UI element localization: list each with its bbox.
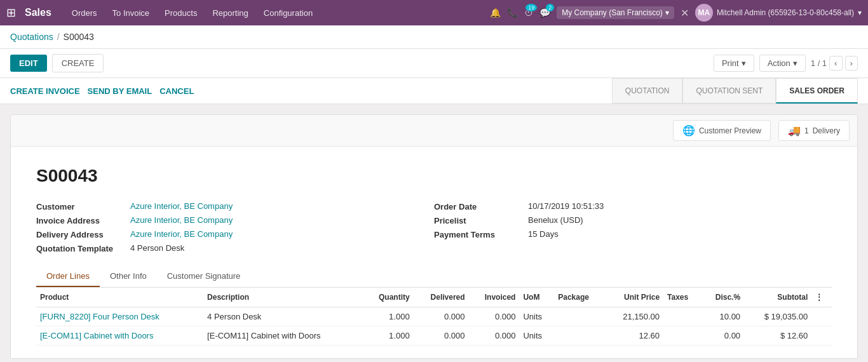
row1-disc: 10.00 bbox=[702, 307, 745, 326]
col-product: Product bbox=[36, 288, 203, 307]
stage-quotation-sent[interactable]: QUOTATION SENT bbox=[682, 78, 776, 104]
activity-badge: 19 bbox=[526, 4, 537, 11]
nav-reporting[interactable]: Reporting bbox=[207, 8, 253, 18]
payment-terms-label: Payment Terms bbox=[434, 229, 523, 239]
payment-terms-field: Payment Terms 15 Days bbox=[434, 229, 832, 239]
col-unit-price: Unit Price bbox=[605, 288, 663, 307]
customer-field: Customer Azure Interior, BE Company bbox=[36, 201, 434, 211]
invoice-address-label: Invoice Address bbox=[36, 215, 125, 225]
breadcrumb-parent[interactable]: Quotations bbox=[10, 32, 53, 42]
bell-icon[interactable]: 🔔 bbox=[490, 8, 501, 18]
create-invoice-button[interactable]: CREATE INVOICE bbox=[10, 86, 80, 96]
print-label: Print bbox=[722, 58, 739, 68]
row1-product[interactable]: [FURN_8220] Four Person Desk bbox=[36, 307, 203, 326]
customer-preview-button[interactable]: 🌐 Customer Preview bbox=[673, 120, 771, 141]
pricelist-label: Pricelist bbox=[434, 215, 523, 225]
order-lines-table: Product Description Quantity Delivered I… bbox=[36, 288, 832, 345]
delivery-label: Delivery bbox=[813, 126, 840, 135]
pagination-next[interactable]: › bbox=[845, 56, 858, 70]
table-row: [E-COM11] Cabinet with Doors [E-COM11] C… bbox=[36, 326, 832, 345]
document-body: S00043 Customer Azure Interior, BE Compa… bbox=[11, 147, 857, 358]
delivery-address-value[interactable]: Azure Interior, BE Company bbox=[130, 229, 233, 239]
breadcrumb-separator: / bbox=[57, 32, 60, 42]
document-fields: Customer Azure Interior, BE Company Invo… bbox=[36, 201, 832, 253]
customer-preview-icon: 🌐 bbox=[682, 124, 695, 137]
status-actions: CREATE INVOICE SEND BY EMAIL CANCEL bbox=[10, 81, 612, 101]
invoice-address-value[interactable]: Azure Interior, BE Company bbox=[130, 215, 233, 225]
document-card: 🌐 Customer Preview 🚚 1 Delivery S00043 C… bbox=[10, 114, 858, 359]
row2-uom: Units bbox=[519, 326, 554, 345]
delivery-icon: 🚚 bbox=[788, 124, 801, 137]
status-stages: QUOTATION QUOTATION SENT SALES ORDER bbox=[612, 78, 858, 104]
content-area: 🌐 Customer Preview 🚚 1 Delivery S00043 C… bbox=[0, 104, 868, 362]
tab-customer-signature[interactable]: Customer Signature bbox=[157, 266, 251, 287]
nav-configuration[interactable]: Configuration bbox=[259, 8, 318, 18]
row1-delivered: 0.000 bbox=[414, 307, 469, 326]
row2-subtotal: $ 12.60 bbox=[744, 326, 811, 345]
create-button[interactable]: CREATE bbox=[52, 54, 104, 72]
row2-unit-price: 12.60 bbox=[605, 326, 663, 345]
row1-invoiced: 0.000 bbox=[469, 307, 520, 326]
avatar: MA bbox=[695, 4, 713, 22]
quotation-template-field: Quotation Template 4 Person Desk bbox=[36, 243, 434, 253]
row2-quantity: 1.000 bbox=[363, 326, 414, 345]
col-actions: ⋮ bbox=[811, 288, 832, 307]
delivery-button[interactable]: 🚚 1 Delivery bbox=[778, 120, 850, 141]
form-right-col: Order Date 10/17/2019 10:51:33 Pricelist… bbox=[434, 201, 832, 253]
tab-order-lines[interactable]: Order Lines bbox=[36, 266, 100, 287]
status-bar: CREATE INVOICE SEND BY EMAIL CANCEL QUOT… bbox=[0, 78, 868, 104]
breadcrumb-current: S00043 bbox=[64, 32, 94, 42]
action-dropdown-icon: ▾ bbox=[793, 58, 797, 68]
nav-to-invoice[interactable]: To Invoice bbox=[107, 8, 155, 18]
row2-product[interactable]: [E-COM11] Cabinet with Doors bbox=[36, 326, 203, 345]
company-close-icon[interactable]: ✕ bbox=[681, 7, 689, 19]
tab-other-info[interactable]: Other Info bbox=[100, 266, 157, 287]
row1-menu[interactable] bbox=[811, 307, 832, 326]
col-quantity: Quantity bbox=[363, 288, 414, 307]
col-invoiced: Invoiced bbox=[469, 288, 520, 307]
stage-sales-order[interactable]: SALES ORDER bbox=[776, 78, 858, 104]
customer-value[interactable]: Azure Interior, BE Company bbox=[130, 201, 233, 211]
print-button[interactable]: Print ▾ bbox=[714, 55, 754, 72]
stage-quotation[interactable]: QUOTATION bbox=[612, 78, 683, 104]
app-grid-icon[interactable]: ⊞ bbox=[6, 6, 16, 20]
nav-products[interactable]: Products bbox=[159, 8, 202, 18]
action-button[interactable]: Action ▾ bbox=[759, 55, 806, 72]
phone-icon[interactable]: 📞 bbox=[507, 8, 518, 18]
top-navigation: ⊞ Sales Orders To Invoice Products Repor… bbox=[0, 0, 868, 25]
row1-package bbox=[554, 307, 605, 326]
row2-package bbox=[554, 326, 605, 345]
chat-icon[interactable]: 💬 2 bbox=[539, 8, 550, 18]
col-description: Description bbox=[203, 288, 363, 307]
col-subtotal: Subtotal bbox=[744, 288, 811, 307]
col-delivered: Delivered bbox=[414, 288, 469, 307]
user-name: Mitchell Admin (655926-13-0-80c458-all) bbox=[717, 8, 854, 17]
row1-taxes bbox=[663, 307, 701, 326]
col-package: Package bbox=[554, 288, 605, 307]
quotation-template-value: 4 Person Desk bbox=[130, 243, 184, 253]
invoice-address-field: Invoice Address Azure Interior, BE Compa… bbox=[36, 215, 434, 225]
send-by-email-button[interactable]: SEND BY EMAIL bbox=[88, 86, 153, 96]
breadcrumb: Quotations / S00043 bbox=[0, 25, 868, 49]
col-taxes: Taxes bbox=[663, 288, 701, 307]
row2-taxes bbox=[663, 326, 701, 345]
company-name: My Company (San Francisco) bbox=[562, 8, 663, 17]
chat-badge: 2 bbox=[546, 4, 554, 11]
row1-quantity: 1.000 bbox=[363, 307, 414, 326]
document-number: S00043 bbox=[36, 166, 832, 186]
row2-invoiced: 0.000 bbox=[469, 326, 520, 345]
doc-top-bar: 🌐 Customer Preview 🚚 1 Delivery bbox=[11, 115, 857, 147]
edit-button[interactable]: EDIT bbox=[10, 55, 47, 72]
user-menu[interactable]: MA Mitchell Admin (655926-13-0-80c458-al… bbox=[695, 4, 862, 22]
pagination-prev[interactable]: ‹ bbox=[829, 56, 842, 70]
pricelist-value: Benelux (USD) bbox=[528, 215, 583, 225]
company-selector[interactable]: My Company (San Francisco) ▾ bbox=[557, 6, 674, 19]
order-date-label: Order Date bbox=[434, 201, 523, 211]
print-dropdown-icon: ▾ bbox=[742, 58, 746, 68]
cancel-button[interactable]: CANCEL bbox=[159, 86, 194, 96]
nav-orders[interactable]: Orders bbox=[67, 8, 102, 18]
activity-icon[interactable]: ⏱ 19 bbox=[524, 8, 533, 18]
form-left-col: Customer Azure Interior, BE Company Invo… bbox=[36, 201, 434, 253]
pagination-count: 1 / 1 bbox=[811, 58, 827, 68]
row2-menu[interactable] bbox=[811, 326, 832, 345]
